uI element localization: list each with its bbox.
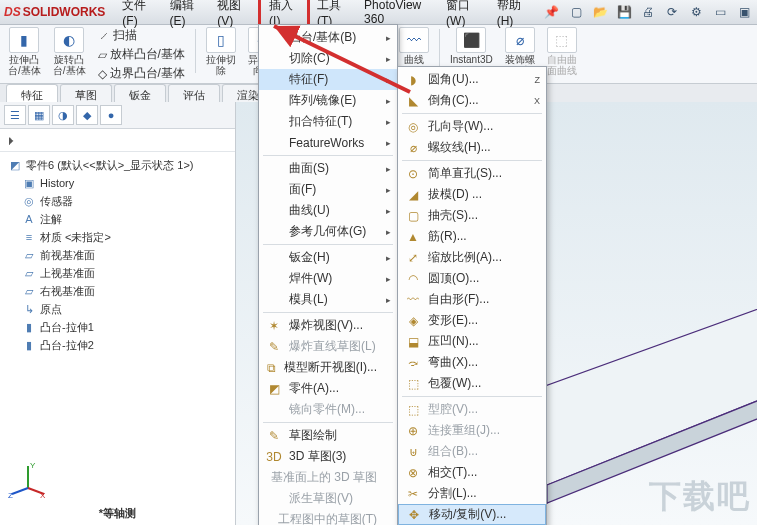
- mi-fastening[interactable]: 扣合特征(T)▸: [259, 111, 397, 132]
- mi-hole-wizard[interactable]: ◎孔向导(W)...: [398, 116, 546, 137]
- mi-sketch3d[interactable]: 3D3D 草图(3): [259, 446, 397, 467]
- menu-window[interactable]: 窗口(W): [439, 0, 490, 30]
- mi-sketch-plane: 基准面上的 3D 草图: [259, 467, 397, 488]
- tree-right-plane[interactable]: ▱右视基准面: [2, 282, 233, 300]
- mi-exploded[interactable]: ✶爆炸视图(V)...: [259, 315, 397, 336]
- sketch-icon: ✎: [265, 428, 283, 444]
- mi-sheetmetal[interactable]: 钣金(H)▸: [259, 247, 397, 268]
- boundary-icon: ◇: [98, 67, 107, 81]
- tree-history[interactable]: ▣History: [2, 174, 233, 192]
- menu-edit[interactable]: 编辑(E): [163, 0, 211, 30]
- svg-text:X: X: [40, 491, 46, 498]
- menu-file[interactable]: 文件(F): [115, 0, 162, 30]
- mi-boss-base[interactable]: 凸台/基体(B)▸: [259, 27, 397, 48]
- mi-weldments[interactable]: 焊件(W)▸: [259, 268, 397, 289]
- fm-header: ⏵: [0, 129, 235, 152]
- mi-explode-line: ✎爆炸直线草图(L): [259, 336, 397, 357]
- fm-tab-dim[interactable]: ◆: [76, 105, 98, 125]
- split-icon: ✂: [404, 486, 422, 502]
- sweep-icon: ⟋: [98, 29, 110, 43]
- fm-tab-render[interactable]: ●: [100, 105, 122, 125]
- mi-surface[interactable]: 曲面(S)▸: [259, 158, 397, 179]
- ribbon-instant3d[interactable]: ⬛Instant3D: [450, 27, 493, 65]
- mi-shell[interactable]: ▢抽壳(S)...: [398, 205, 546, 226]
- tree-material[interactable]: ≡材质 <未指定>: [2, 228, 233, 246]
- tree-front-plane[interactable]: ▱前视基准面: [2, 246, 233, 264]
- mi-cut[interactable]: 切除(C)▸: [259, 48, 397, 69]
- tree-feat2[interactable]: ▮凸台-拉伸2: [2, 336, 233, 354]
- fm-tab-prop[interactable]: ▦: [28, 105, 50, 125]
- menu-help[interactable]: 帮助(H): [490, 0, 538, 30]
- extrude-icon: ▮: [22, 320, 36, 334]
- mi-thread[interactable]: ⌀螺纹线(H)...: [398, 137, 546, 158]
- mi-cavity: ⬚型腔(V)...: [398, 399, 546, 420]
- fm-tab-tree[interactable]: ☰: [4, 105, 26, 125]
- menu-view[interactable]: 视图(V): [210, 0, 258, 30]
- mi-draft[interactable]: ◢拔模(D) ...: [398, 184, 546, 205]
- mi-curve[interactable]: 曲线(U)▸: [259, 200, 397, 221]
- tree-top-plane[interactable]: ▱上视基准面: [2, 264, 233, 282]
- mi-face[interactable]: 面(F)▸: [259, 179, 397, 200]
- wrap-icon: ⬚: [404, 376, 422, 392]
- svg-text:Z: Z: [8, 491, 13, 498]
- ribbon-curve[interactable]: 〰曲线: [399, 27, 429, 65]
- mi-split[interactable]: ✂分割(L)...: [398, 483, 546, 504]
- svg-text:Y: Y: [30, 461, 36, 470]
- tree-annotations[interactable]: A注解: [2, 210, 233, 228]
- ribbon-boundary[interactable]: ◇边界凸台/基体: [98, 65, 185, 82]
- ribbon-extruded-cut[interactable]: ▯拉伸切 除: [206, 27, 236, 76]
- mi-breakview[interactable]: ⧉模型断开视图(I)...: [259, 357, 397, 378]
- mi-part[interactable]: ◩零件(A)...: [259, 378, 397, 399]
- pin-icon[interactable]: 📌: [544, 5, 559, 19]
- mi-rib[interactable]: ▲筋(R)...: [398, 226, 546, 247]
- mi-chamfer[interactable]: ◣倒角(C)...X: [398, 90, 546, 111]
- print-icon[interactable]: 🖨: [639, 3, 657, 21]
- mi-indent[interactable]: ⬓压凹(N)...: [398, 331, 546, 352]
- view-label: *等轴测: [0, 506, 235, 521]
- tree-feat1[interactable]: ▮凸台-拉伸1: [2, 318, 233, 336]
- annotation-icon: A: [22, 212, 36, 226]
- ribbon-sweep[interactable]: ⟋扫描: [98, 27, 185, 44]
- flex-icon: ⤼: [404, 355, 422, 371]
- feature-tree[interactable]: ◩零件6 (默认<<默认>_显示状态 1>) ▣History ◎传感器 A注解…: [0, 152, 235, 450]
- mi-dome[interactable]: ◠圆顶(O)...: [398, 268, 546, 289]
- mi-sketch[interactable]: ✎草图绘制: [259, 425, 397, 446]
- new-icon[interactable]: ▢: [567, 3, 585, 21]
- mi-move-copy[interactable]: ✥移动/复制(V)...: [398, 504, 546, 525]
- ribbon-loft[interactable]: ▱放样凸台/基体: [98, 46, 185, 63]
- chamfer-icon: ◣: [404, 93, 422, 109]
- select-icon[interactable]: ▭: [711, 3, 729, 21]
- mi-intersect[interactable]: ⊗相交(T)...: [398, 462, 546, 483]
- feature-manager-pane: ☰ ▦ ◑ ◆ ● ⏵ ◩零件6 (默认<<默认>_显示状态 1>) ▣Hist…: [0, 102, 236, 525]
- open-icon[interactable]: 📂: [591, 3, 609, 21]
- ribbon-revolve[interactable]: ◐旋转凸 台/基体: [53, 27, 86, 76]
- mi-mirror-part: 镜向零件(M)...: [259, 399, 397, 420]
- save-icon[interactable]: 💾: [615, 3, 633, 21]
- indent-icon: ⬓: [404, 334, 422, 350]
- options-icon[interactable]: ⚙: [687, 3, 705, 21]
- mi-simple-hole[interactable]: ⊙简单直孔(S)...: [398, 163, 546, 184]
- mi-featureworks[interactable]: FeatureWorks▸: [259, 132, 397, 153]
- mi-flex[interactable]: ⤼弯曲(X)...: [398, 352, 546, 373]
- tree-root[interactable]: ◩零件6 (默认<<默认>_显示状态 1>): [2, 156, 233, 174]
- intersect-icon: ⊗: [404, 465, 422, 481]
- mi-scale[interactable]: ⤢缩放比例(A)...: [398, 247, 546, 268]
- rebuild-icon[interactable]: ⟳: [663, 3, 681, 21]
- ribbon-freeform[interactable]: ⬚自由曲 面曲线: [547, 27, 577, 76]
- mi-freeform[interactable]: 〰自由形(F)...: [398, 289, 546, 310]
- mi-sketch-drawing: 工程图中的草图(T): [259, 509, 397, 525]
- mi-fillet[interactable]: ◗圆角(U)...Z: [398, 69, 546, 90]
- simple-hole-icon: ⊙: [404, 166, 422, 182]
- mi-features[interactable]: 特征(F)▸: [259, 69, 397, 90]
- mi-refgeom[interactable]: 参考几何体(G)▸: [259, 221, 397, 242]
- mi-deform[interactable]: ◈变形(E)...: [398, 310, 546, 331]
- ribbon-extrude[interactable]: ▮拉伸凸 台/基体: [8, 27, 41, 76]
- mi-mold[interactable]: 模具(L)▸: [259, 289, 397, 310]
- fm-tab-config[interactable]: ◑: [52, 105, 74, 125]
- tree-sensors[interactable]: ◎传感器: [2, 192, 233, 210]
- tree-origin[interactable]: ↳原点: [2, 300, 233, 318]
- menu-bar: DS SOLIDWORKS 文件(F) 编辑(E) 视图(V) 插入(I) 工具…: [0, 0, 757, 25]
- mi-pattern[interactable]: 阵列/镜像(E)▸: [259, 90, 397, 111]
- mi-wrap[interactable]: ⬚包覆(W)...: [398, 373, 546, 394]
- appearance-icon[interactable]: ▣: [735, 3, 753, 21]
